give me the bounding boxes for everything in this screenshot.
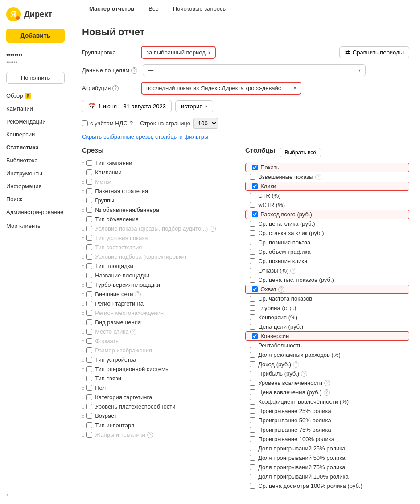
slice-checkbox-inventory_type[interactable] xyxy=(86,422,92,428)
help-icon[interactable]: ? xyxy=(130,329,136,335)
column-checkbox-conversions[interactable] xyxy=(252,333,258,339)
slice-checkbox-age[interactable] xyxy=(86,413,92,419)
slice-checkbox-external_networks[interactable] xyxy=(86,291,92,297)
goals-help-icon[interactable]: ? xyxy=(131,67,137,74)
column-checkbox-clicks[interactable] xyxy=(252,183,258,189)
column-checkbox-avg_view_price_100[interactable] xyxy=(250,483,255,489)
help-icon[interactable]: ? xyxy=(147,432,153,438)
sidebar-item-statistics[interactable]: Статистика xyxy=(0,141,71,154)
collapse-filters-link[interactable]: Скрыть выбранные срезы, столбцы и фильтр… xyxy=(82,133,208,140)
sidebar-item-myclients[interactable]: Мои клиенты xyxy=(0,219,71,232)
sidebar-item-tools[interactable]: Инструменты xyxy=(0,167,71,180)
sidebar-item-search[interactable]: Поиск xyxy=(0,193,71,206)
slice-label-os_type[interactable]: Тип операционной системы xyxy=(95,366,169,372)
help-icon[interactable]: ? xyxy=(278,286,284,293)
column-checkbox-profit[interactable] xyxy=(250,371,255,376)
slice-checkbox-show_condition[interactable] xyxy=(86,226,92,231)
vat-help-icon[interactable]: ? xyxy=(130,120,133,127)
column-label-avg_show_freq[interactable]: Ср. частота показов xyxy=(258,295,312,302)
grouping-dropdown[interactable]: за выбранный период ▾ xyxy=(141,46,216,59)
vat-checkbox[interactable] xyxy=(82,120,88,126)
column-label-revenue[interactable]: Доход (руб.) ? xyxy=(258,361,299,368)
column-checkbox-traffic_volume[interactable] xyxy=(250,249,255,255)
column-checkbox-total_cost[interactable] xyxy=(252,211,258,217)
slice-label-match_type[interactable]: Тип соответствия xyxy=(95,244,142,251)
slice-checkbox-gender[interactable] xyxy=(86,385,92,391)
column-checkbox-wctr[interactable] xyxy=(250,202,255,208)
slice-label-inventory_type[interactable]: Тип инвентаря xyxy=(95,422,134,429)
sidebar-item-conversions[interactable]: Конверсии xyxy=(0,128,71,141)
help-icon[interactable]: ? xyxy=(293,361,299,368)
slice-label-placement_type2[interactable]: Вид размещения xyxy=(95,319,141,326)
help-icon[interactable]: ? xyxy=(301,371,307,377)
slice-label-campaign_type[interactable]: Тип кампании xyxy=(95,160,132,166)
slice-checkbox-ad_banner_num[interactable] xyxy=(86,207,92,213)
column-label-click_position[interactable]: Ср. позиция клика xyxy=(258,258,307,264)
slice-checkbox-placement_type[interactable] xyxy=(86,263,92,269)
column-checkbox-show_position[interactable] xyxy=(250,240,255,245)
history-button[interactable]: история ▾ xyxy=(175,100,213,112)
slice-label-ad_banner_num[interactable]: № объявления/баннера xyxy=(95,207,159,213)
column-label-play_25[interactable]: Проигрывание 25% ролика xyxy=(258,408,331,414)
slice-label-spending_level[interactable]: Уровень платежеспособности xyxy=(95,403,175,410)
slice-label-turbo_version[interactable]: Турбо-версия площадки xyxy=(95,281,160,288)
help-icon[interactable]: ? xyxy=(135,291,141,297)
slice-label-campaigns[interactable]: Кампании xyxy=(95,169,122,176)
slice-checkbox-os_type[interactable] xyxy=(86,366,92,372)
slice-label-genres_themes[interactable]: Жанры и тематики ? xyxy=(95,431,153,438)
sidebar-item-campaigns[interactable]: Кампании xyxy=(0,102,71,115)
slice-label-show_condition[interactable]: Условие показа (фразы, подбор аудито...)… xyxy=(95,225,216,232)
sidebar-collapse-button[interactable]: ‹ xyxy=(0,486,71,504)
column-checkbox-engagement_level[interactable] xyxy=(250,380,255,386)
column-label-conversion_pct[interactable]: Конверсия (%) xyxy=(258,314,297,321)
column-checkbox-avg_click_price[interactable] xyxy=(250,221,255,227)
column-label-weighted_shows[interactable]: Взвешенные показы ? xyxy=(258,174,321,180)
column-label-engagement_price[interactable]: Цена вовлечения (руб.) ? xyxy=(258,389,329,396)
column-label-avg_view_price_100[interactable]: Ср. цена досмотра 100% ролика (руб.) xyxy=(258,483,362,489)
slice-label-targeting_region[interactable]: Регион таргетинга xyxy=(95,300,144,307)
column-checkbox-shows[interactable] xyxy=(252,165,258,170)
slice-checkbox-campaigns[interactable] xyxy=(86,169,92,175)
slice-label-device_type[interactable]: Тип устройства xyxy=(95,356,136,363)
column-label-wctr[interactable]: wCTR (%) xyxy=(258,202,285,208)
goals-dropdown[interactable]: — ▾ xyxy=(143,64,366,76)
column-label-shows[interactable]: Показы xyxy=(260,164,280,171)
slice-checkbox-groups[interactable] xyxy=(86,198,92,203)
tab-all[interactable]: Все xyxy=(141,0,165,17)
slice-label-image_size[interactable]: Размер изображения xyxy=(95,347,152,354)
column-checkbox-play_25[interactable] xyxy=(250,408,255,414)
column-checkbox-weighted_shows[interactable] xyxy=(250,174,255,180)
column-label-traffic_volume[interactable]: Ср. объём трафика xyxy=(258,248,311,255)
vat-checkbox-label[interactable]: с учётом НДС ? xyxy=(82,120,133,127)
column-checkbox-click_position[interactable] xyxy=(250,258,255,264)
column-label-engagement_level[interactable]: Уровень вовлечённости ? xyxy=(258,380,330,386)
column-checkbox-play_75[interactable] xyxy=(250,427,255,433)
sidebar-item-info[interactable]: Информация xyxy=(0,180,71,193)
column-checkbox-play_share_100[interactable] xyxy=(250,474,255,479)
slice-label-package_strategy[interactable]: Пакетная стратегия xyxy=(95,188,148,194)
column-checkbox-play_50[interactable] xyxy=(250,417,255,423)
column-checkbox-play_share_25[interactable] xyxy=(250,446,255,451)
slice-label-groups[interactable]: Группы xyxy=(95,197,114,204)
column-checkbox-depth[interactable] xyxy=(250,305,255,311)
slice-checkbox-placement_type2[interactable] xyxy=(86,319,92,325)
slice-label-placement_type[interactable]: Тип площадки xyxy=(95,263,133,269)
help-icon[interactable]: ? xyxy=(290,268,296,274)
slice-checkbox-show_condition_type[interactable] xyxy=(86,235,92,241)
column-checkbox-engagement_price[interactable] xyxy=(250,389,255,395)
column-label-bounces[interactable]: Отказы (%) ? xyxy=(258,267,296,274)
compare-periods-button[interactable]: ⇄ Сравнить периоды xyxy=(339,46,409,58)
slice-checkbox-formats[interactable] xyxy=(86,338,92,344)
slice-label-gender[interactable]: Пол xyxy=(95,384,106,391)
help-icon[interactable]: ? xyxy=(324,380,330,386)
slice-checkbox-ad_type[interactable] xyxy=(86,216,92,222)
column-checkbox-ad_spend_share[interactable] xyxy=(250,352,255,358)
help-icon[interactable]: ? xyxy=(315,174,321,180)
column-label-play_share_75[interactable]: Доля проигрываний 75% ролика xyxy=(258,464,345,471)
sidebar-item-admin[interactable]: Администри-рование xyxy=(0,206,71,219)
slice-checkbox-location_region[interactable] xyxy=(86,310,92,316)
help-icon[interactable]: ? xyxy=(324,389,330,396)
column-label-total_cost[interactable]: Расход всего (руб.) xyxy=(260,211,312,218)
slice-label-show_condition_type[interactable]: Тип условия показа xyxy=(95,235,148,241)
column-label-play_share_100[interactable]: Доля проигрываний 100% ролика xyxy=(258,473,349,480)
